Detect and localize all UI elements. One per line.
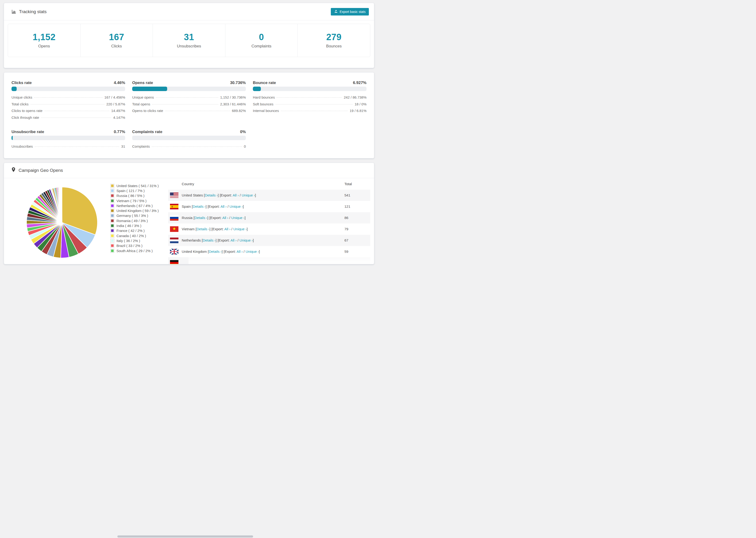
legend-swatch (111, 189, 114, 192)
stat-row: Complaints0 (132, 144, 246, 151)
table-row: United Kingdom [Details ›] [Export: All … (168, 246, 370, 257)
stat-label: Unsubscribes (177, 44, 201, 49)
rates-empty-cell (253, 130, 366, 151)
total-column-header: Total (345, 182, 370, 186)
country-name: Spain (182, 204, 190, 208)
dotted-leader (34, 97, 102, 98)
rate-value: 4.46% (114, 81, 125, 85)
tracking-stats-card: Tracking stats Export basic stats 1,152 … (4, 3, 374, 68)
dotted-leader (165, 111, 230, 111)
total-value: 67 (345, 238, 370, 242)
export-all-link[interactable]: All › (225, 227, 231, 231)
stat-value: 167 (109, 32, 124, 42)
legend-item: Russia ( 86 / 5% ) (111, 193, 159, 198)
table-header: Country Total (168, 178, 370, 190)
details-link[interactable]: Details › (209, 249, 222, 253)
total-value: 86 (345, 216, 370, 220)
progress-bar (253, 86, 366, 91)
stat-row: Total clicks220 / 5.87% (12, 102, 125, 109)
geo-body: United States ( 541 / 31% ) Spain ( 121 … (4, 178, 374, 264)
export-unique-link[interactable]: Unique › (242, 193, 255, 197)
dashboard-page: Tracking stats Export basic stats 1,152 … (0, 0, 378, 264)
progress-fill (12, 136, 13, 140)
stat-value: 31 (184, 32, 194, 42)
rate-value: 6.927% (353, 81, 366, 85)
country-name: United States (182, 193, 203, 197)
details-link[interactable]: Details › (205, 193, 218, 197)
export-unique-link[interactable]: Unique › (230, 204, 243, 208)
clicks-rate-group: Clicks rate 4.46% Unique clicks167 / 4.4… (12, 81, 125, 122)
rate-title: Complaints rate (132, 130, 162, 134)
dotted-leader (281, 111, 348, 111)
export-unique-link[interactable]: Unique › (231, 216, 244, 220)
legend-swatch (111, 234, 114, 238)
dotted-leader (35, 146, 119, 147)
legend-item: Brazil ( 33 / 2% ) (111, 243, 159, 248)
legend-swatch (111, 199, 114, 202)
flag-gb-icon (170, 249, 179, 254)
table-row-partial (168, 257, 370, 264)
export-basic-stats-button[interactable]: Export basic stats (331, 8, 369, 16)
legend-swatch (111, 229, 114, 232)
stat-value: 279 (326, 32, 342, 42)
details-link[interactable]: Details › (194, 216, 207, 220)
geo-header: Campaign Geo Opens (4, 163, 374, 178)
export-all-link[interactable]: All › (231, 238, 237, 242)
bounce-rate-group: Bounce rate 6.927% Hard bounces242 / 86.… (253, 81, 366, 122)
total-value: 59 (345, 249, 370, 253)
stat-bounces: 279 Bounces (298, 24, 370, 57)
pie-chart-svg (25, 185, 99, 260)
legend-item: Canada ( 40 / 2% ) (111, 233, 159, 238)
legend-item: Vietnam ( 79 / 5% ) (111, 198, 159, 203)
total-value: 541 (345, 193, 370, 197)
flag-ru-icon (170, 215, 179, 221)
export-all-link[interactable]: All › (220, 204, 227, 208)
pie-legend: United States ( 541 / 31% ) Spain ( 121 … (111, 183, 159, 253)
legend-swatch (111, 249, 114, 252)
legend-item: India ( 46 / 3% ) (111, 223, 159, 228)
legend-swatch (111, 224, 114, 228)
dotted-leader (277, 97, 342, 98)
stat-value: 1,152 (33, 32, 56, 42)
legend-item: Netherlands ( 67 / 4% ) (111, 203, 159, 208)
details-link[interactable]: Details › (193, 204, 206, 208)
legend-swatch (111, 184, 114, 188)
progress-fill (253, 86, 261, 91)
legend-swatch (111, 244, 114, 247)
dotted-leader (44, 111, 109, 111)
legend-item: France ( 42 / 2% ) (111, 228, 159, 233)
export-all-link[interactable]: All › (222, 216, 229, 220)
rate-title: Opens rate (132, 81, 153, 85)
geo-title: Campaign Geo Opens (19, 168, 63, 173)
stats-summary-box: 1,152 Opens 167 Clicks 31 Unsubscribes 0… (8, 24, 370, 57)
progress-fill (12, 86, 17, 91)
bar-chart-icon (12, 9, 16, 14)
stat-row: Unsubscribes31 (12, 144, 125, 151)
progress-bar (12, 86, 125, 91)
campaign-geo-opens-card: Campaign Geo Opens United States ( 541 /… (4, 163, 374, 264)
export-all-link[interactable]: All › (233, 193, 239, 197)
rate-value: 0.77% (114, 130, 125, 134)
export-unique-link[interactable]: Unique › (245, 249, 259, 253)
table-row: Vietnam [Details ›] [Export: All › / Uni… (168, 224, 370, 235)
export-button-label: Export basic stats (340, 10, 366, 14)
tracking-stats-title: Tracking stats (12, 9, 47, 14)
legend-item: Romania ( 49 / 3% ) (111, 218, 159, 223)
stat-row: Click through rate4.147% (12, 116, 125, 122)
rate-title: Clicks rate (12, 81, 32, 85)
export-all-link[interactable]: All › (237, 249, 243, 253)
rate-title: Unsubscribe rate (12, 130, 44, 134)
export-unique-link[interactable]: Unique › (240, 238, 253, 242)
progress-bar (132, 86, 246, 91)
legend-swatch (111, 209, 114, 212)
details-link[interactable]: Details › (196, 227, 209, 231)
dotted-leader (152, 146, 242, 147)
export-unique-link[interactable]: Unique › (233, 227, 247, 231)
stat-value: 0 (259, 32, 264, 42)
stat-clicks: 167 Clicks (81, 24, 153, 57)
country-name: Netherlands (182, 238, 201, 242)
details-link[interactable]: Details › (203, 238, 216, 242)
flag-de-icon (170, 260, 179, 264)
stat-row: Opens to clicks rate689.82% (132, 109, 246, 116)
stat-row: Unique clicks167 / 4.456% (12, 95, 125, 102)
